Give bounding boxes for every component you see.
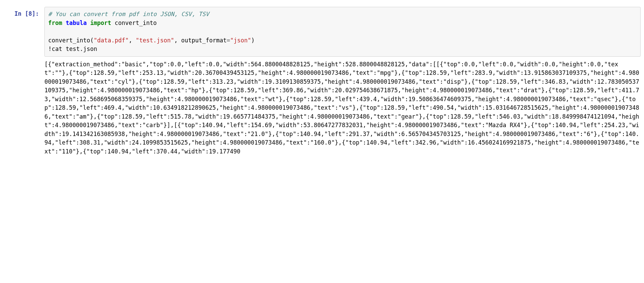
code-comment: # You can convert from pdf into JSON, CS… — [48, 11, 209, 17]
keyword-import: import — [90, 19, 111, 26]
prompt-column: In [8]: — [3, 7, 44, 18]
import-name: convert_into — [115, 19, 157, 26]
output-cell: [{"extraction_method":"basic","top":0.0,… — [3, 59, 641, 156]
module-name: tabula — [66, 19, 86, 26]
shell-magic-bang: ! — [48, 45, 52, 52]
comma-2: , — [174, 37, 181, 44]
output-prompt-column — [3, 59, 44, 62]
code-input-area[interactable]: # You can convert from pdf into JSON, CS… — [44, 7, 641, 57]
kwarg-name: output_format — [181, 37, 227, 44]
string-arg-3: "json" — [230, 37, 251, 44]
notebook-cell: In [8]: # You can convert from pdf into … — [3, 7, 641, 57]
comma-1: , — [129, 37, 135, 44]
paren-open: ( — [90, 37, 94, 44]
input-prompt-label: In [8]: — [14, 10, 39, 17]
shell-command: cat test.json — [52, 45, 97, 52]
paren-close: ) — [251, 37, 255, 44]
string-arg-1: "data.pdf" — [94, 37, 129, 44]
equals-op: = — [227, 37, 230, 44]
function-call: convert_into — [48, 37, 90, 44]
string-arg-2: "test.json" — [136, 37, 174, 44]
keyword-from: from — [48, 19, 62, 26]
cell-output-text: [{"extraction_method":"basic","top":0.0,… — [44, 59, 641, 156]
